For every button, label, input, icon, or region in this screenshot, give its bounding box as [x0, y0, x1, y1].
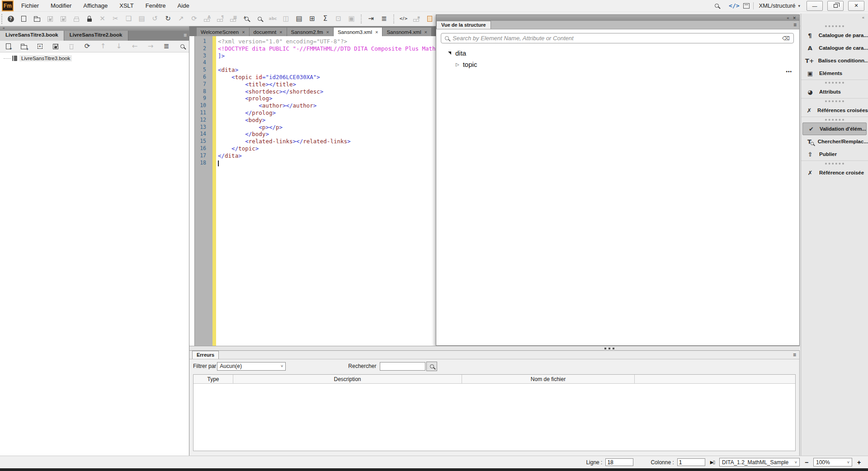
menu-affichage[interactable]: Affichage — [77, 0, 113, 11]
close-tab-icon[interactable]: × — [375, 29, 378, 35]
copy-icon[interactable]: ❏ — [124, 14, 133, 24]
structure-node-dita[interactable]: dita — [436, 47, 799, 59]
code-editor[interactable]: 1<?xml version="1.0" encoding="UTF-8"?>2… — [189, 36, 436, 346]
update-book-icon[interactable]: ⟳ — [82, 41, 93, 52]
insert-table-icon[interactable]: ⊞ — [307, 14, 317, 24]
column-header-type[interactable]: Type — [193, 375, 233, 383]
structure-node-topic[interactable]: ▷topic — [436, 59, 799, 70]
element-boxes-icon[interactable]: ▪ — [412, 14, 421, 24]
restore-button[interactable] — [827, 1, 844, 11]
variables-icon[interactable]: ⊡ — [334, 14, 343, 24]
panel-group-grip[interactable] — [801, 117, 868, 122]
zoom-selector[interactable]: 100% ˅ — [813, 458, 852, 466]
close-icon[interactable]: ✕ — [793, 16, 796, 20]
add-selection-icon[interactable]: + — [34, 41, 45, 52]
split-window-icon[interactable]: ◫ — [281, 14, 291, 24]
undo-icon[interactable]: ↺ — [150, 14, 160, 24]
close-button[interactable]: ✕ — [848, 1, 864, 11]
errors-search-button[interactable] — [426, 362, 437, 371]
history-icon[interactable]: ⟳ — [189, 14, 199, 24]
indent-list-icon[interactable]: ⇥ — [366, 14, 376, 24]
move-down-icon[interactable]: ↓ — [113, 41, 124, 52]
save-as-icon[interactable] — [58, 14, 68, 24]
collapsed-triangle-icon[interactable]: ▷ — [456, 62, 459, 67]
sidebar-item-elements[interactable]: ▣Eléments — [801, 67, 868, 80]
save-book-icon[interactable] — [50, 41, 61, 52]
new-document-icon[interactable] — [19, 14, 28, 24]
menu-fenetre[interactable]: Fenêtre — [140, 0, 172, 11]
collapse-icon[interactable]: « — [862, 15, 864, 20]
insert-image-icon[interactable]: ▣ — [347, 14, 356, 24]
open-folder-icon[interactable] — [32, 14, 42, 24]
sidebar-item-conditional-tags[interactable]: T+Balises conditionn... — [801, 54, 868, 67]
menu-xslt[interactable]: XSLT — [113, 0, 140, 11]
search-icon[interactable] — [177, 41, 188, 52]
splitter-handle-icon[interactable] — [604, 348, 616, 349]
horizontal-splitter[interactable] — [189, 346, 800, 351]
sidebar-item-cross-reference[interactable]: ✗Référence croisée — [801, 166, 868, 179]
errors-search-input[interactable] — [380, 362, 425, 371]
collapse-icon[interactable]: « — [787, 16, 789, 20]
zoom-in-button[interactable]: + — [855, 459, 863, 466]
zoom-icon[interactable] — [255, 14, 264, 24]
structure-search-input[interactable]: Search by Element Name, Attribute or Con… — [441, 33, 794, 43]
character-designer-icon[interactable]: A — [203, 14, 212, 24]
view-options-icon[interactable]: ≣ — [161, 41, 172, 52]
sidebar-item-find-replace[interactable]: TChercher/Remplac... — [801, 135, 868, 148]
paragraph-designer-icon[interactable]: ¶ — [216, 14, 225, 24]
line-number-field[interactable] — [605, 458, 633, 466]
menu-fichier[interactable]: Fichier — [15, 0, 45, 11]
lock-icon[interactable] — [85, 14, 94, 24]
book-tab-livresanstitre2.book[interactable]: LivreSansTitre2.book — [64, 31, 128, 41]
template-selector[interactable]: DITA_1.2_MathML_Sample ˅ — [719, 458, 800, 466]
cut-icon[interactable]: ✂ — [111, 14, 120, 24]
code-view-icon[interactable]: </> — [729, 2, 739, 9]
table-designer-icon[interactable]: ▦ — [229, 14, 238, 24]
book-panel-header[interactable]: « — [0, 26, 189, 31]
sidebar-item-paragraph-catalog[interactable]: ¶Catalogue de para... — [801, 29, 868, 42]
help-icon[interactable]: ? — [6, 14, 15, 24]
paste-icon[interactable]: ▤ — [137, 14, 146, 24]
close-tab-icon[interactable]: × — [242, 29, 245, 35]
book-panel-menu-icon[interactable]: ≡ — [184, 32, 187, 38]
panel-group-grip[interactable] — [801, 80, 868, 85]
tab-structure-view[interactable]: Vue de la structure — [436, 21, 491, 29]
document-tab-welcomescreen[interactable]: WelcomeScreen× — [197, 28, 250, 36]
redo-icon[interactable]: ↻ — [163, 14, 173, 24]
column-number-field[interactable] — [677, 458, 705, 466]
tab-errors[interactable]: Erreurs — [192, 351, 219, 359]
menu-aide[interactable]: Aide — [172, 0, 195, 11]
panel-group-grip[interactable] — [801, 99, 868, 104]
panel-menu-icon[interactable]: ≡ — [793, 22, 797, 28]
equations-icon[interactable]: Σ — [321, 14, 330, 24]
clear-search-icon[interactable]: ⌫ — [782, 35, 790, 42]
delete-icon[interactable]: ✕ — [98, 14, 107, 24]
structured-insert-icon[interactable]: </> — [399, 14, 408, 24]
document-outline-icon[interactable]: ▤ — [294, 14, 304, 24]
add-document-icon[interactable]: + — [3, 41, 14, 52]
zoom-out-button[interactable]: − — [803, 459, 810, 466]
document-tab-docuemnt[interactable]: docuemnt× — [250, 28, 287, 36]
search-icon[interactable] — [712, 0, 722, 11]
open-in-window-icon[interactable]: ↗ — [176, 14, 186, 24]
toolbar-grip[interactable] — [1, 14, 3, 24]
sidebar-item-attributes[interactable]: ◕Attributs — [801, 85, 868, 98]
errors-panel-menu-icon[interactable]: ≡ — [793, 352, 796, 358]
document-tab-sansnom2.fm[interactable]: Sansnom2.fm× — [287, 28, 334, 36]
column-header-nom-de-fichier[interactable]: Nom de fichier — [462, 375, 635, 383]
filter-select[interactable]: Aucun(e) ˅ — [217, 362, 286, 371]
close-tab-icon[interactable]: × — [326, 29, 329, 35]
sidebar-item-element-validation[interactable]: ✔Validation d'élém... — [802, 122, 867, 135]
spellcheck-icon[interactable]: abc — [268, 14, 278, 24]
book-tree-item[interactable]: LivreSansTitre3.book — [0, 54, 189, 62]
document-tab-sansnom4.xml[interactable]: Sansnom4.xml× — [382, 28, 432, 36]
sidebar-item-character-catalog[interactable]: ACatalogue de cara... — [801, 42, 868, 54]
book-tab-livresanstitre3.book[interactable]: LivreSansTitre3.book — [0, 31, 64, 41]
close-tab-icon[interactable]: × — [425, 29, 427, 35]
close-tab-icon[interactable]: × — [279, 29, 282, 35]
go-to-marker-icon[interactable]: ▶▯ — [710, 460, 714, 465]
sidebar-item-cross-references[interactable]: ✗Références croisées — [801, 104, 868, 117]
panel-group-grip[interactable] — [801, 24, 868, 29]
zoom-text-icon[interactable]: A — [242, 14, 251, 24]
expanded-triangle-icon[interactable] — [448, 52, 451, 55]
